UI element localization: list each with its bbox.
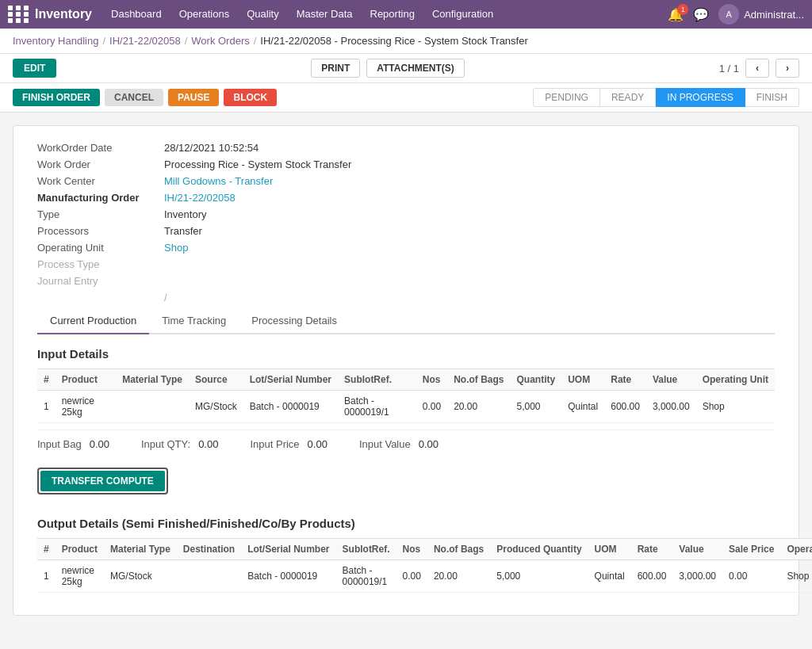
output-row-destination: [177, 560, 241, 593]
menu-reporting[interactable]: Reporting: [362, 0, 423, 29]
col-quantity: Quantity: [511, 369, 562, 391]
work-center-label: Work Center: [37, 175, 164, 187]
user-menu[interactable]: A Administrat...: [718, 4, 804, 25]
output-row-material-type: MG/Stock: [104, 560, 177, 593]
form-card: WorkOrder Date 28/12/2021 10:52:54 Work …: [13, 125, 799, 616]
input-row-rate: 600.00: [604, 391, 646, 423]
processors-label: Processors: [37, 225, 164, 237]
edit-button[interactable]: EDIT: [13, 59, 56, 78]
out-col-lot-serial: Lot/Serial Number: [241, 539, 335, 560]
block-button[interactable]: BLOCK: [224, 89, 277, 106]
pause-button[interactable]: PAUSE: [168, 89, 219, 106]
output-row-nos: 0.00: [396, 560, 427, 593]
out-col-rate: Rate: [631, 539, 673, 560]
prev-page-button[interactable]: ‹: [745, 59, 769, 78]
logo-area[interactable]: Inventory: [8, 6, 92, 23]
input-summary: Input Bag 0.00 Input QTY: 0.00 Input Pri…: [37, 429, 775, 458]
col-nos: Nos: [416, 369, 447, 391]
manufacturing-order-label: Manufacturing Order: [37, 192, 164, 204]
tab-processing-details[interactable]: Processing Details: [239, 308, 350, 334]
operating-unit-value[interactable]: Shop: [164, 242, 188, 254]
out-col-operating-unit: Operating Unit: [780, 539, 812, 560]
menu-quality[interactable]: Quality: [239, 0, 286, 29]
summary-input-bag: Input Bag 0.00: [37, 438, 109, 450]
operating-unit-label: Operating Unit: [37, 242, 164, 254]
breadcrumb: Inventory Handling / IH/21-22/02058 / Wo…: [0, 29, 812, 54]
work-order-row: Work Order Processing Rice - System Stoc…: [37, 158, 775, 170]
breadcrumb-ih-number[interactable]: IH/21-22/02058: [109, 35, 181, 47]
main-content: WorkOrder Date 28/12/2021 10:52:54 Work …: [0, 113, 812, 649]
output-table-row: 1 newrice 25kg MG/Stock Batch - 0000019 …: [37, 560, 812, 593]
breadcrumb-current: IH/21-22/02058 - Processing Rice - Syste…: [260, 35, 527, 47]
notification-icon[interactable]: 🔔 1: [668, 7, 684, 22]
output-row-sale-price: 0.00: [722, 560, 780, 593]
input-table-header: # Product Material Type Source Lot/Seria…: [37, 369, 775, 391]
process-type-row: Process Type: [37, 258, 775, 270]
manufacturing-order-value[interactable]: IH/21-22/02058: [164, 192, 236, 204]
transfer-compute-wrapper: TRANSFER COMPUTE: [37, 468, 168, 494]
user-name: Administrat...: [744, 9, 804, 21]
output-row-uom: Quintal: [588, 560, 631, 593]
input-row-uom: Quintal: [561, 391, 604, 423]
chat-icon[interactable]: 💬: [693, 7, 709, 22]
status-ready: READY: [600, 88, 656, 107]
output-row-value: 3,000.00: [672, 560, 722, 593]
user-avatar: A: [718, 4, 739, 25]
transfer-compute-button[interactable]: TRANSFER COMPUTE: [40, 471, 165, 491]
workorder-date-label: WorkOrder Date: [37, 142, 164, 154]
breadcrumb-work-orders[interactable]: Work Orders: [191, 35, 249, 47]
tab-current-production[interactable]: Current Production: [37, 308, 149, 334]
manufacturing-order-row: Manufacturing Order IH/21-22/02058: [37, 192, 775, 204]
input-table-row: 1 newrice 25kg MG/Stock Batch - 0000019 …: [37, 391, 775, 423]
col-no-of-bags: No.of Bags: [447, 369, 510, 391]
workorder-date-value: 28/12/2021 10:52:54: [164, 142, 259, 154]
col-source: Source: [189, 369, 243, 391]
processors-value: Transfer: [164, 225, 202, 237]
status-steps: PENDING READY IN PROGRESS FINISH: [533, 88, 799, 107]
menu-operations[interactable]: Operations: [171, 0, 238, 29]
status-in-progress: IN PROGRESS: [656, 88, 745, 107]
menu-configuration[interactable]: Configuration: [424, 0, 501, 29]
app-title: Inventory: [35, 7, 92, 21]
attachment-button[interactable]: Attachment(s): [366, 59, 465, 78]
input-price-value: 0.00: [308, 438, 327, 450]
finish-order-button[interactable]: FINISH ORDER: [13, 89, 100, 106]
print-button[interactable]: Print: [311, 59, 360, 78]
operating-unit-row: Operating Unit Shop: [37, 242, 775, 254]
input-row-quantity: 5,000: [511, 391, 562, 423]
input-row-num: 1: [37, 391, 56, 423]
breadcrumb-inventory-handling[interactable]: Inventory Handling: [13, 35, 98, 47]
input-row-source: MG/Stock: [189, 391, 243, 423]
out-col-destination: Destination: [177, 539, 241, 560]
col-product: Product: [56, 369, 117, 391]
input-bag-value: 0.00: [90, 438, 109, 450]
input-bag-label: Input Bag: [37, 438, 82, 450]
input-row-sublot-ref: Batch - 0000019/1: [338, 391, 416, 423]
notification-badge: 1: [677, 4, 688, 15]
secondary-action-bar: FINISH ORDER CANCEL PAUSE BLOCK: [13, 89, 277, 106]
type-label: Type: [37, 208, 164, 220]
col-uom: UOM: [561, 369, 604, 391]
col-lot-serial: Lot/Serial Number: [243, 369, 338, 391]
sep3: /: [254, 35, 257, 47]
top-menu: Dashboard Operations Quality Master Data…: [103, 0, 665, 29]
next-page-button[interactable]: ›: [776, 59, 799, 78]
output-table-header: # Product Material Type Destination Lot/…: [37, 539, 812, 560]
process-type-label: Process Type: [37, 258, 164, 270]
output-row-operating-unit: Shop: [780, 560, 812, 593]
input-row-operating-unit: Shop: [696, 391, 775, 423]
menu-master-data[interactable]: Master Data: [289, 0, 361, 29]
work-center-value[interactable]: Mill Godowns - Transfer: [164, 175, 273, 187]
work-order-label: Work Order: [37, 158, 164, 170]
input-row-no-of-bags: 20.00: [447, 391, 510, 423]
status-pending: PENDING: [533, 88, 600, 107]
input-value-value: 0.00: [419, 438, 439, 450]
summary-input-price: Input Price 0.00: [250, 438, 327, 450]
tab-time-tracking[interactable]: Time Tracking: [149, 308, 239, 334]
col-rate: Rate: [604, 369, 646, 391]
sep1: /: [102, 35, 105, 47]
menu-dashboard[interactable]: Dashboard: [103, 0, 170, 29]
out-col-sublot-ref: SublotRef.: [336, 539, 396, 560]
cancel-button[interactable]: CANCEL: [105, 89, 163, 106]
output-row-lot-serial: Batch - 0000019: [241, 560, 335, 593]
